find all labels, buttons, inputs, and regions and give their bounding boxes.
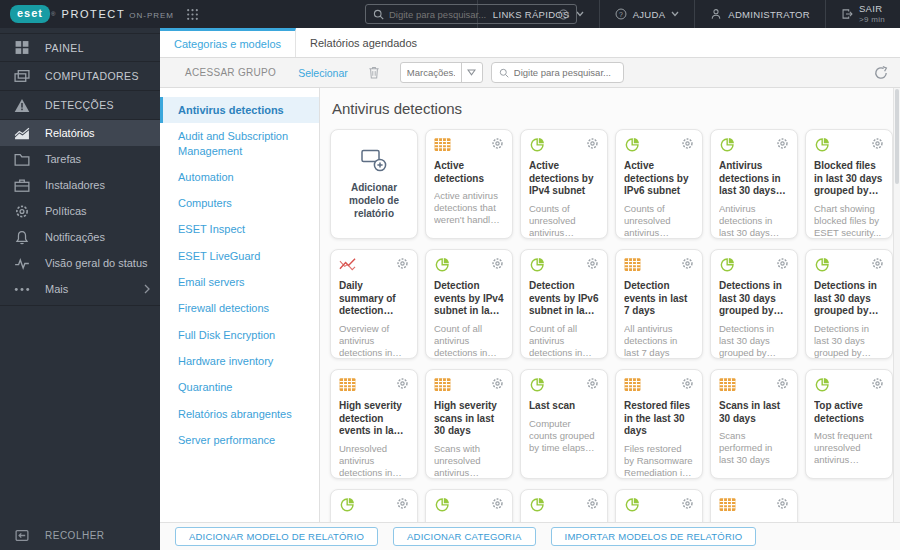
app-grid-icon[interactable] [186, 8, 199, 21]
report-template-card[interactable]: Antivirus detections in last 30 days gro… [710, 129, 798, 239]
report-template-card[interactable]: Blocked files in last 30 days grouped by… [805, 129, 893, 239]
gear-icon[interactable] [396, 497, 409, 510]
card-title: Detections in last 30 days grouped by ac… [719, 280, 789, 318]
gear-icon[interactable] [681, 377, 694, 390]
gear-icon[interactable] [586, 377, 599, 390]
logout-button[interactable]: SAIR >9 min [825, 0, 900, 28]
category-item-antivirus-detections[interactable]: Antivirus detections [160, 97, 319, 123]
report-template-card[interactable]: High severity scans in last 30 daysScans… [425, 369, 513, 479]
card-header [529, 137, 599, 153]
report-template-card[interactable]: Last scanComputer counts grouped by time… [520, 369, 608, 479]
report-template-card[interactable]: High severity detection events in last 7… [330, 369, 418, 479]
category-item-eset-inspect[interactable]: ESET Inspect [160, 216, 319, 242]
import-report-templates-button[interactable]: IMPORTAR MODELOS DE RELATÓRIO [551, 527, 757, 546]
sidebar-item-mais[interactable]: Mais [0, 276, 160, 302]
category-item-full-disk-encryption[interactable]: Full Disk Encryption [160, 322, 319, 348]
report-template-card[interactable]: Scans in last 30 daysScans performed in … [710, 369, 798, 479]
gear-icon[interactable] [871, 137, 884, 150]
sidebar-item-tarefas[interactable]: Tarefas [0, 146, 160, 172]
report-template-card[interactable]: Detection events in last 7 daysAll antiv… [615, 249, 703, 359]
category-item-computers[interactable]: Computers [160, 190, 319, 216]
sidebar-item-notificacoes[interactable]: Notificações [0, 224, 160, 250]
gear-icon[interactable] [776, 377, 789, 390]
trash-icon[interactable] [368, 66, 380, 79]
report-template-card[interactable]: Detections in last 30 days grouped by ac… [710, 249, 798, 359]
user-menu[interactable]: ADMINISTRATOR [694, 0, 825, 28]
sidebar-item-relatorios[interactable]: Relatórios [0, 120, 160, 146]
gear-icon[interactable] [681, 137, 694, 150]
category-item-relatorios-abrangentes[interactable]: Relatórios abrangentes [160, 401, 319, 427]
gear-icon[interactable] [871, 377, 884, 390]
gear-icon[interactable] [681, 497, 694, 510]
scrollbar[interactable] [893, 88, 900, 522]
tab-categorias-e-modelos[interactable]: Categorias e modelos [160, 28, 296, 57]
category-item-hardware-inventory[interactable]: Hardware inventory [160, 348, 319, 374]
report-template-card[interactable]: Detection events by IPv6 subnet in last … [520, 249, 608, 359]
refresh-icon[interactable] [874, 66, 888, 80]
tags-filter-input[interactable] [401, 67, 461, 78]
gear-icon[interactable] [776, 137, 789, 150]
report-template-card[interactable] [615, 489, 703, 522]
category-item-email-servers[interactable]: Email servers [160, 269, 319, 295]
add-report-template-button[interactable]: ADICIONAR MODELO DE RELATÓRIO [175, 527, 378, 546]
category-item-server-performance[interactable]: Server performance [160, 427, 319, 453]
template-search-input[interactable] [514, 67, 616, 78]
add-report-template-card[interactable]: Adicionar modelo de relatório [330, 129, 418, 239]
help-menu[interactable]: ? AJUDA [599, 0, 695, 28]
global-search[interactable]: ? [365, 4, 577, 24]
category-item-quarantine[interactable]: Quarantine [160, 374, 319, 400]
gear-icon[interactable] [871, 257, 884, 270]
gear-icon[interactable] [396, 257, 409, 270]
sidebar-item-instaladores[interactable]: Instaladores [0, 172, 160, 198]
gear-icon[interactable] [491, 377, 504, 390]
category-item-automation[interactable]: Automation [160, 164, 319, 190]
card-header [624, 257, 694, 273]
report-template-card[interactable]: Active detectionsActive antivirus detect… [425, 129, 513, 239]
report-template-card[interactable] [425, 489, 513, 522]
report-template-card[interactable] [710, 489, 798, 522]
gear-icon[interactable] [586, 257, 599, 270]
gear-icon[interactable] [491, 257, 504, 270]
card-title: High severity detection events in last 7… [339, 400, 409, 438]
report-template-card[interactable] [330, 489, 418, 522]
gear-icon[interactable] [586, 497, 599, 510]
tags-dropdown-caret[interactable] [461, 63, 482, 82]
report-template-card[interactable]: Active detections by IPv4 subnetCounts o… [520, 129, 608, 239]
card-description: Most frequent unresolved antivirus detec… [814, 430, 884, 466]
global-search-input[interactable] [389, 9, 553, 20]
table-orange-chart-icon [624, 377, 641, 392]
gear-icon[interactable] [776, 497, 789, 510]
sidebar-item-painel[interactable]: PAINEL [0, 33, 160, 62]
template-search[interactable] [491, 62, 624, 83]
report-template-card[interactable]: Restored files in the last 30 daysFiles … [615, 369, 703, 479]
category-item-audit-and-subscription-management[interactable]: Audit and Subscription Management [160, 123, 319, 164]
report-template-card[interactable]: Detection events by IPv4 subnet in last … [425, 249, 513, 359]
sidebar-item-deteccoes[interactable]: DETECÇÕES [0, 91, 160, 120]
report-template-card[interactable]: Daily summary of detection events in las… [330, 249, 418, 359]
report-template-card[interactable]: Detections in last 30 days grouped by de… [805, 249, 893, 359]
gear-icon[interactable] [776, 257, 789, 270]
report-template-card[interactable] [520, 489, 608, 522]
scrollbar-thumb[interactable] [895, 89, 899, 184]
sidebar-item-computadores[interactable]: COMPUTADORES [0, 62, 160, 91]
collapse-sidebar-button[interactable]: RECOLHER [0, 520, 160, 550]
add-category-button[interactable]: ADICIONAR CATEGORIA [393, 527, 535, 546]
card-header [434, 137, 504, 153]
report-template-card[interactable]: Active detections by IPv6 subnetCounts o… [615, 129, 703, 239]
sidebar-item-visao-geral-do-status[interactable]: Visão geral do status [0, 250, 160, 276]
sidebar-item-politicas[interactable]: Políticas [0, 198, 160, 224]
card-description: Count of all antivirus detections in las… [529, 323, 599, 359]
category-item-firewall-detections[interactable]: Firewall detections [160, 295, 319, 321]
card-title: Last scan [529, 400, 599, 413]
gear-icon[interactable] [491, 497, 504, 510]
select-group-link[interactable]: Selecionar [298, 67, 348, 79]
gear-icon[interactable] [681, 257, 694, 270]
gear-icon[interactable] [491, 137, 504, 150]
category-item-eset-liveguard[interactable]: ESET LiveGuard [160, 243, 319, 269]
search-help-icon[interactable]: ? [558, 9, 569, 20]
gear-icon[interactable] [396, 377, 409, 390]
tags-filter[interactable] [400, 62, 483, 83]
gear-icon[interactable] [586, 137, 599, 150]
tab-relatorios-agendados[interactable]: Relatórios agendados [296, 28, 431, 57]
report-template-card[interactable]: Top active detectionsMost frequent unres… [805, 369, 893, 479]
